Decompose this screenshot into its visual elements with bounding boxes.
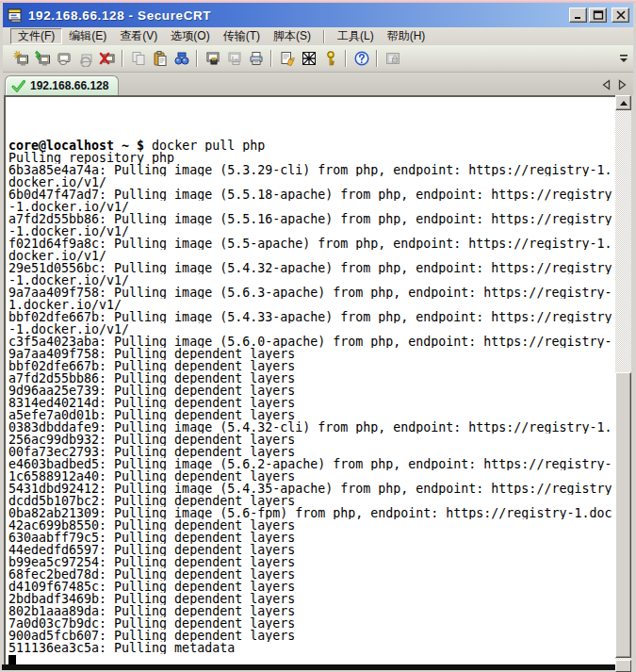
terminal-line: 1c6588912a40: Pulling dependent layers — [8, 470, 615, 483]
toolbar-separator — [345, 50, 347, 67]
menu-edit[interactable]: 编辑(E) — [62, 28, 113, 44]
terminal-line: 29e51d0556bc: Pulling image (5.4.32-apac… — [8, 262, 615, 274]
terminal-line: e4603badbed5: Pulling image (5.6.2-apach… — [8, 458, 615, 470]
terminal-scrollbar[interactable] — [615, 95, 631, 672]
quick-connect-icon[interactable] — [9, 48, 31, 69]
close-button[interactable] — [612, 8, 629, 23]
scroll-up-icon[interactable] — [615, 95, 631, 110]
tab-scroll-left-icon[interactable] — [601, 78, 612, 91]
terminal-line: -1.docker.io/v1/ — [8, 225, 615, 238]
terminal-line: 9a7aa409f758: Pulling dependent layers — [8, 348, 615, 360]
window-controls — [569, 8, 629, 23]
print-icon[interactable] — [245, 48, 267, 69]
keymap-editor-icon[interactable] — [298, 48, 319, 69]
terminal-line: -1.docker.io/v1/ — [8, 323, 615, 336]
terminal-screen[interactable]: core@localhost ~ $ docker pull php Pulli… — [4, 95, 615, 664]
terminal-line: 256ac99db932: Pulling dependent layers — [8, 434, 615, 446]
toolbar-separator — [376, 50, 378, 67]
terminal-line: bbf02dfe667b: Pulling dependent layers — [8, 360, 615, 372]
menu-file[interactable]: 文件(F) — [10, 28, 62, 44]
terminal-line: dcdd5b107bc2: Pulling dependent layers — [8, 495, 615, 507]
menu-transfer[interactable]: 传输(T) — [217, 28, 267, 44]
toolbar — [3, 45, 633, 73]
terminal-line: d4109f67485c: Pulling dependent layers — [8, 581, 615, 593]
tab-navigation — [601, 78, 633, 95]
clone-session-icon[interactable] — [202, 48, 223, 69]
screen-lock-icon — [382, 48, 403, 69]
terminal-line: 9a7aa409f758: Pulling image (5.6.3-apach… — [8, 287, 615, 299]
find-icon[interactable] — [171, 48, 192, 69]
menu-tools[interactable]: 工具(L) — [331, 28, 381, 44]
terminal-line: 8314ed40214d: Pulling dependent layers — [8, 397, 615, 409]
menu-script[interactable]: 脚本(S) — [267, 28, 318, 44]
terminal-line: c3f5a4023aba: Pulling image (5.6.0-apach… — [8, 336, 615, 348]
tab-scroll-right-icon[interactable] — [617, 78, 628, 91]
terminal-line: 6b0d47f47ad7: Pulling image (5.5.18-apac… — [8, 188, 615, 201]
terminal-line: bbf02dfe667b: Pulling image (5.4.33-apac… — [8, 311, 615, 323]
terminal-line: docker.io/v1/ — [8, 176, 615, 188]
shell-prompt: core@localhost ~ $ — [8, 139, 152, 152]
terminal-line: 5431dbd92412: Pulling image (5.4.35-apac… — [8, 483, 615, 495]
menu-help[interactable]: 帮助(H) — [381, 28, 432, 44]
terminal-line: 9d96aa25e739: Pulling dependent layers — [8, 385, 615, 397]
menu-view[interactable]: 查看(V) — [113, 28, 164, 44]
terminal-line: Pulling repository php — [8, 152, 615, 164]
toolbar-overflow-icon[interactable] — [618, 52, 629, 65]
terminal-cursor — [8, 655, 16, 664]
terminal-line: 511136ea3c5a: Pulling metadata — [8, 642, 615, 654]
reconnect-icon — [74, 48, 96, 69]
terminal-line: 42ac699b8550: Pulling dependent layers — [8, 519, 615, 532]
session-tab-label: 192.168.66.128 — [30, 79, 108, 92]
terminal-line: 68fec2bed78d: Pulling dependent layers — [8, 568, 615, 581]
scroll-down-icon[interactable] — [615, 660, 631, 672]
disconnect-icon[interactable] — [96, 48, 118, 69]
command-window-icon — [223, 48, 245, 69]
terminal-line: 2bdbadf3469b: Pulling dependent layers — [8, 593, 615, 605]
menu-options[interactable]: 选项(O) — [164, 28, 216, 44]
terminal-line: docker.io/v1/ — [8, 250, 615, 262]
terminal-line: 0383dbddafe9: Pulling image (5.4.32-cli)… — [8, 421, 615, 434]
securecrt-window: 192.168.66.128 - SecureCRT 文件(F) 编辑(E) 查… — [0, 0, 636, 672]
terminal-line: a7fd2d55bb86: Pulling image (5.5.16-apac… — [8, 213, 615, 225]
toolbar-separator — [270, 50, 272, 67]
terminal-body: core@localhost ~ $ docker pull php Pulli… — [8, 103, 615, 664]
toolbar-separator — [196, 50, 198, 67]
terminal-line: 44ededfd6597: Pulling dependent layers — [8, 544, 615, 556]
session-options-icon[interactable] — [276, 48, 298, 69]
menu-separator — [323, 30, 325, 43]
shell-command: docker pull php — [152, 139, 265, 152]
minimize-button[interactable] — [569, 8, 587, 23]
terminal-line: 1.docker.io/v1/ — [8, 299, 615, 311]
window-bottom-edge — [2, 664, 615, 670]
terminal-output: Pulling repository php6b3a85e4a74a: Pull… — [8, 152, 615, 654]
connected-check-icon — [11, 80, 25, 92]
connect-in-tab-icon[interactable] — [53, 48, 74, 69]
terminal-line: f021d64f9a8c: Pulling image (5.5-apache)… — [8, 238, 615, 250]
terminal-line: 7a0d03c7b9dc: Pulling dependent layers — [8, 617, 615, 630]
help-icon[interactable] — [351, 48, 372, 69]
terminal-line: 6b3a85e4a74a: Pulling image (5.3.29-cli)… — [8, 164, 615, 176]
terminal-line: 0ba82ab21309: Pulling image (5.6-fpm) fr… — [8, 507, 615, 519]
toolbar-separator — [122, 50, 123, 67]
key-agent-icon[interactable] — [319, 48, 341, 69]
copy-icon — [127, 48, 149, 69]
session-tab[interactable]: 192.168.66.128 — [5, 75, 119, 95]
terminal-line: a5efe7a0d01b: Pulling dependent layers — [8, 409, 615, 421]
scrollbar-thumb[interactable] — [615, 372, 631, 658]
titlebar[interactable]: 192.168.66.128 - SecureCRT — [3, 3, 633, 27]
terminal-line: -1.docker.io/v1/ — [8, 201, 615, 213]
connect-icon[interactable] — [31, 48, 53, 69]
terminal-line: 00fa73ec2793: Pulling dependent layers — [8, 446, 615, 458]
terminal-line: -1.docker.io/v1/ — [8, 274, 615, 287]
terminal-line: b99ea5c97254: Pulling dependent layers — [8, 556, 615, 568]
terminal-blank-lines — [8, 103, 615, 139]
terminal-line: a7fd2d55bb86: Pulling dependent layers — [8, 372, 615, 385]
tabbar: 192.168.66.128 — [3, 73, 633, 95]
terminal-line: 900ad5fcb607: Pulling dependent layers — [8, 630, 615, 642]
paste-icon[interactable] — [149, 48, 171, 69]
maximize-button[interactable] — [589, 8, 607, 23]
window-title: 192.168.66.128 - SecureCRT — [28, 8, 211, 23]
menubar: 文件(F) 编辑(E) 查看(V) 选项(O) 传输(T) 脚本(S) 工具(L… — [3, 27, 633, 45]
terminal-prompt-line: core@localhost ~ $ docker pull php — [8, 139, 615, 152]
terminal-line: 630aabff79c5: Pulling dependent layers — [8, 532, 615, 544]
